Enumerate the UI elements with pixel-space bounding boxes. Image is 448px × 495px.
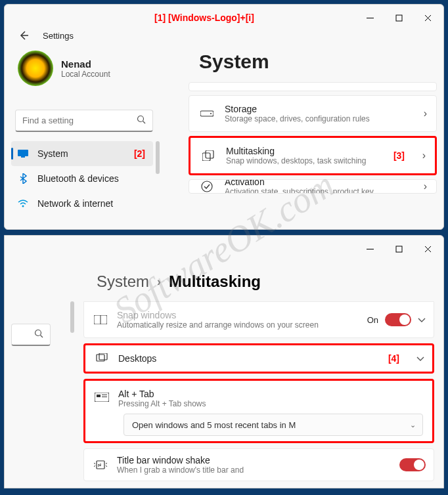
- search-box[interactable]: [15, 110, 153, 132]
- sidebar-item-label: Network & internet: [37, 198, 113, 209]
- maximize-button[interactable]: [384, 238, 413, 259]
- card-subtitle: Activation state, subscriptions, product…: [225, 187, 374, 194]
- row-title: Title bar window shake: [117, 455, 244, 465]
- bluetooth-icon: [18, 173, 28, 184]
- sidebar-item-bluetooth[interactable]: Bluetooth & devices: [11, 166, 153, 191]
- row-subtitle: Pressing Alt + Tab shows: [118, 399, 206, 408]
- settings-window-1: [1] [Windows-Logo]+[i] Settings Nenad Lo…: [4, 4, 444, 230]
- close-button[interactable]: [413, 238, 442, 259]
- profile[interactable]: Nenad Local Account: [18, 51, 110, 86]
- snap-toggle[interactable]: [385, 313, 411, 326]
- row-snap-windows[interactable]: Snap windows Automatically resize and ar…: [83, 301, 434, 338]
- card-title: Storage: [225, 104, 370, 114]
- storage-icon: [200, 110, 214, 118]
- annotation-3: [3]: [393, 150, 405, 161]
- card-storage[interactable]: Storage Storage space, drives, configura…: [189, 95, 437, 132]
- search-icon: [137, 115, 146, 127]
- chevron-down-icon: [416, 353, 424, 364]
- chevron-right-icon: ›: [422, 150, 426, 161]
- titlebar: [5, 236, 443, 262]
- search-box[interactable]: [11, 324, 51, 346]
- chevron-right-icon: ›: [424, 108, 427, 119]
- alttab-dropdown[interactable]: Open windows and 5 most recent tabs in M…: [123, 414, 423, 436]
- svg-point-19: [35, 330, 41, 335]
- sidebar-item-label: System: [37, 148, 68, 159]
- search-icon: [34, 329, 43, 341]
- card-multitasking[interactable]: Multitasking Snap windows, desktops, tas…: [189, 136, 437, 175]
- svg-rect-1: [396, 15, 402, 21]
- breadcrumb-current: Multitasking: [169, 272, 261, 291]
- maximize-button[interactable]: [384, 7, 413, 28]
- chevron-right-icon: ›: [157, 275, 161, 289]
- svg-point-5: [138, 116, 144, 121]
- minimize-button[interactable]: [355, 238, 384, 259]
- sidebar: System [2] Bluetooth & devices Network &…: [11, 141, 153, 216]
- svg-rect-13: [206, 150, 213, 158]
- svg-rect-12: [202, 153, 210, 161]
- desktops-icon: [95, 353, 109, 364]
- shake-icon: [93, 459, 108, 471]
- svg-rect-27: [102, 395, 107, 395]
- row-title: Snap windows: [117, 310, 319, 320]
- dropdown-value: Open windows and 5 most recent tabs in M: [132, 420, 296, 430]
- breadcrumb-parent[interactable]: System: [97, 272, 149, 291]
- svg-line-20: [41, 335, 43, 337]
- sidebar-scrollbar[interactable]: [70, 301, 74, 333]
- svg-point-11: [210, 113, 212, 114]
- svg-rect-7: [18, 150, 28, 156]
- settings-window-2: System › Multitasking Snap windows Autom…: [4, 235, 444, 488]
- row-title: Desktops: [118, 353, 156, 364]
- toggle-state-label: On: [367, 315, 378, 325]
- chevron-down-icon: [418, 314, 426, 326]
- chevron-right-icon: ›: [424, 181, 427, 192]
- card-subtitle: Storage space, drives, configuration rul…: [225, 114, 370, 123]
- row-title: Alt + Tab: [118, 389, 206, 399]
- svg-point-14: [202, 181, 212, 192]
- sidebar-item-label: Bluetooth & devices: [37, 173, 119, 184]
- multitasking-icon: [201, 150, 215, 161]
- annotation-2: [2]: [134, 148, 145, 159]
- card-subtitle: Snap windows, desktops, task switching: [226, 156, 366, 165]
- chevron-down-icon: ⌄: [410, 421, 416, 429]
- snap-icon: [93, 315, 108, 324]
- app-title: Settings: [43, 31, 74, 41]
- back-button[interactable]: [18, 30, 30, 44]
- annotation-1: [1] [Windows-Logo]+[i]: [154, 12, 254, 23]
- content-list: Storage Storage space, drives, configura…: [189, 82, 437, 198]
- svg-rect-8: [21, 156, 25, 158]
- system-icon: [18, 148, 28, 159]
- close-button[interactable]: [413, 7, 442, 28]
- annotation-4: [4]: [388, 353, 399, 364]
- svg-line-6: [143, 121, 146, 123]
- breadcrumb: System › Multitasking: [97, 272, 261, 291]
- account-type: Local Account: [61, 70, 110, 79]
- svg-point-9: [22, 205, 24, 207]
- card-partial-top[interactable]: [189, 82, 437, 91]
- row-desktops[interactable]: Desktops [4]: [83, 343, 434, 374]
- wifi-icon: [18, 198, 28, 209]
- sidebar-item-network[interactable]: Network & internet: [11, 191, 153, 216]
- row-title-bar-shake[interactable]: Title bar window shake When I grab a win…: [83, 448, 434, 481]
- multitasking-panel: Snap windows Automatically resize and ar…: [83, 301, 434, 486]
- card-title: Activation: [225, 179, 374, 187]
- activation-icon: [200, 181, 214, 192]
- svg-rect-16: [396, 246, 402, 252]
- svg-rect-26: [97, 395, 101, 397]
- alttab-icon: [95, 393, 109, 404]
- minimize-button[interactable]: [355, 7, 384, 28]
- svg-rect-28: [102, 397, 107, 397]
- avatar: [18, 51, 53, 86]
- row-subtitle: When I grab a window's title bar and: [117, 465, 244, 475]
- row-subtitle: Automatically resize and arrange windows…: [117, 320, 319, 330]
- card-activation[interactable]: Activation Activation state, subscriptio…: [189, 179, 437, 194]
- search-input[interactable]: [22, 116, 137, 125]
- row-alt-tab: Alt + Tab Pressing Alt + Tab shows Open …: [83, 379, 434, 443]
- shake-toggle[interactable]: [399, 458, 426, 471]
- sidebar-scrollbar[interactable]: [156, 141, 160, 174]
- card-title: Multitasking: [226, 146, 366, 156]
- sidebar-item-system[interactable]: System [2]: [11, 141, 153, 166]
- page-title: System: [199, 51, 269, 73]
- user-name: Nenad: [61, 58, 110, 70]
